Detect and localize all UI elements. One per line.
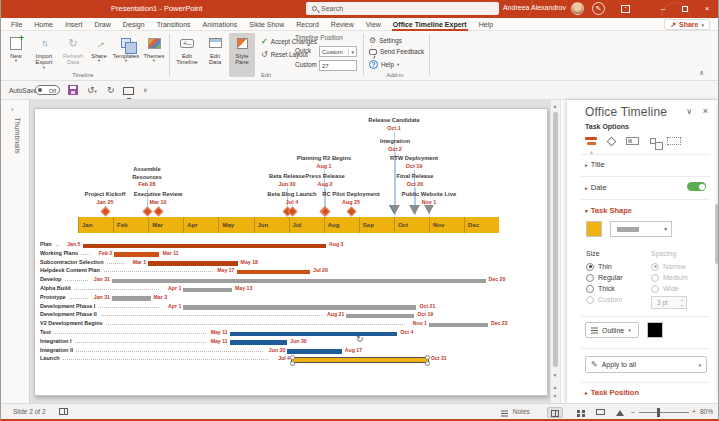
start-presentation-button[interactable] bbox=[123, 85, 134, 97]
task-bar[interactable] bbox=[287, 349, 342, 354]
previous-slide-icon[interactable]: ▲ bbox=[553, 384, 558, 390]
milestone-diamond-marker[interactable] bbox=[100, 207, 110, 217]
date-toggle[interactable] bbox=[687, 182, 706, 191]
task-bar[interactable] bbox=[112, 296, 151, 301]
milestone-diamond-marker[interactable] bbox=[142, 207, 152, 217]
tab-animations[interactable]: Animations bbox=[197, 18, 244, 31]
collapse-ribbon-icon[interactable]: ∧ bbox=[699, 69, 704, 77]
tab-help[interactable]: Help bbox=[473, 18, 499, 31]
themes-button[interactable]: Themes▾ bbox=[142, 33, 166, 77]
share-button[interactable]: ↗ Share ▾ bbox=[664, 19, 710, 30]
tab-home[interactable]: Home bbox=[28, 18, 59, 31]
customize-qat-icon[interactable]: ∨ bbox=[143, 84, 147, 96]
task-bar[interactable] bbox=[112, 279, 486, 284]
tab-slide-show[interactable]: Slide Show bbox=[243, 18, 290, 31]
selection-handle[interactable] bbox=[290, 361, 295, 366]
task-style-bars-icon[interactable] bbox=[585, 137, 597, 146]
redo-button[interactable]: ↻ bbox=[107, 84, 115, 96]
task-bar[interactable] bbox=[114, 252, 159, 257]
date-section-header[interactable]: ▸Date bbox=[585, 183, 607, 192]
ink-pen-icon[interactable]: ✎ bbox=[592, 2, 605, 15]
task-position-section-header[interactable]: ▸Task Position bbox=[585, 388, 639, 397]
selection-handle[interactable] bbox=[425, 355, 430, 360]
zoom-in-button[interactable]: + bbox=[692, 408, 696, 415]
tab-file[interactable]: File bbox=[5, 18, 28, 31]
milestone-triangle-marker[interactable] bbox=[390, 205, 400, 214]
milestone-triangle-marker[interactable] bbox=[424, 205, 434, 214]
zoom-out-button[interactable]: – bbox=[631, 408, 635, 415]
minimize-button[interactable]: – bbox=[652, 0, 674, 18]
zoom-level[interactable]: 80% bbox=[700, 408, 713, 415]
send-feedback-button[interactable]: Send Feedback bbox=[369, 48, 424, 55]
task-bar[interactable] bbox=[83, 244, 327, 249]
scroll-up-icon[interactable]: ▲ bbox=[553, 103, 558, 109]
templates-button[interactable]: Templates▾ bbox=[111, 33, 141, 77]
pane-scrollbar-thumb[interactable] bbox=[715, 204, 719, 264]
help-button[interactable]: ? Help ▾ bbox=[369, 60, 399, 69]
radio-thick[interactable]: Thick bbox=[586, 283, 623, 294]
task-bar[interactable] bbox=[183, 288, 232, 293]
save-button[interactable] bbox=[68, 85, 78, 98]
scrollbar-thumb[interactable] bbox=[553, 112, 558, 367]
edit-timeline-button[interactable]: +– Edit Timeline bbox=[173, 33, 201, 77]
task-style-diamond-icon[interactable] bbox=[607, 136, 617, 146]
slide-sorter-view-button[interactable] bbox=[570, 407, 586, 418]
thumbnails-panel[interactable]: › Thumbnails bbox=[1, 100, 30, 403]
task-bar[interactable] bbox=[230, 332, 398, 337]
task-bar[interactable] bbox=[183, 305, 416, 310]
pane-options-chevron-icon[interactable]: ∨ bbox=[686, 107, 692, 116]
slide-number-indicator[interactable]: Slide 2 of 2 bbox=[13, 408, 46, 415]
slideshow-view-button[interactable] bbox=[612, 407, 628, 418]
task-shape-section-header[interactable]: ▾Task Shape bbox=[585, 206, 632, 215]
tab-draw[interactable]: Draw bbox=[88, 18, 116, 31]
new-button[interactable]: New▾ bbox=[3, 33, 29, 77]
radio-regular[interactable]: Regular bbox=[586, 272, 623, 283]
ribbon-display-options-icon[interactable]: ˇ bbox=[621, 5, 630, 13]
quick-position-select[interactable]: Custom ▾ bbox=[319, 46, 357, 57]
normal-view-button[interactable] bbox=[547, 407, 563, 418]
task-bar[interactable] bbox=[230, 340, 288, 345]
spell-check-icon[interactable] bbox=[59, 407, 68, 415]
avatar[interactable] bbox=[571, 2, 584, 15]
tab-record[interactable]: Record bbox=[290, 18, 325, 31]
task-style-offset-icon[interactable] bbox=[650, 138, 656, 144]
next-slide-icon[interactable]: ▼ bbox=[553, 393, 558, 399]
task-bar[interactable] bbox=[148, 261, 237, 266]
close-button[interactable]: × bbox=[696, 0, 718, 18]
radio-thin[interactable]: Thin bbox=[586, 261, 623, 272]
pane-scrollbar[interactable] bbox=[715, 104, 719, 399]
expand-thumbnails-icon[interactable]: › bbox=[11, 106, 13, 113]
selection-handle[interactable] bbox=[290, 355, 295, 360]
scroll-down-icon[interactable]: ▼ bbox=[553, 372, 558, 378]
outline-button[interactable]: Outline ▾ bbox=[585, 322, 639, 338]
task-bar[interactable] bbox=[237, 270, 311, 275]
task-style-dotted-icon[interactable] bbox=[667, 137, 681, 145]
custom-position-input[interactable]: 27 bbox=[319, 60, 357, 71]
slide-canvas[interactable]: JanFebMarAprMayJunJulAugSepOctNovDecProj… bbox=[34, 108, 548, 396]
share-timeline-button[interactable]: → Share▾ bbox=[88, 33, 110, 77]
style-pane-button[interactable]: Style Pane bbox=[229, 33, 255, 77]
zoom-slider-thumb[interactable] bbox=[657, 408, 660, 417]
import-export-button[interactable]: ↑↓ Import Export▾ bbox=[30, 33, 58, 77]
rotate-handle[interactable]: ↻ bbox=[356, 335, 364, 344]
task-style-rectangle-icon[interactable] bbox=[626, 137, 639, 145]
tab-view[interactable]: View bbox=[360, 18, 387, 31]
task-bar[interactable] bbox=[346, 314, 414, 319]
maximize-button[interactable] bbox=[674, 0, 696, 18]
undo-button[interactable]: ↺▾ bbox=[87, 84, 97, 98]
milestone-diamond-marker[interactable] bbox=[346, 207, 356, 217]
milestone-diamond-marker[interactable] bbox=[153, 207, 163, 217]
reading-view-button[interactable] bbox=[592, 407, 608, 418]
outline-color-swatch[interactable] bbox=[647, 322, 663, 338]
tab-design[interactable]: Design bbox=[117, 18, 151, 31]
slide-vertical-scrollbar[interactable]: ▲ ▼ ▲ ▼ bbox=[550, 100, 560, 403]
task-color-swatch[interactable] bbox=[586, 221, 602, 237]
notes-button[interactable]: Notes bbox=[501, 408, 530, 415]
tab-insert[interactable]: Insert bbox=[59, 18, 89, 31]
task-bar[interactable] bbox=[429, 323, 488, 328]
pane-close-icon[interactable]: × bbox=[703, 106, 708, 116]
autosave-toggle[interactable]: Off bbox=[35, 85, 60, 95]
milestone-triangle-marker[interactable] bbox=[410, 205, 420, 214]
zoom-slider[interactable] bbox=[639, 412, 689, 413]
tab-transitions[interactable]: Transitions bbox=[151, 18, 197, 31]
